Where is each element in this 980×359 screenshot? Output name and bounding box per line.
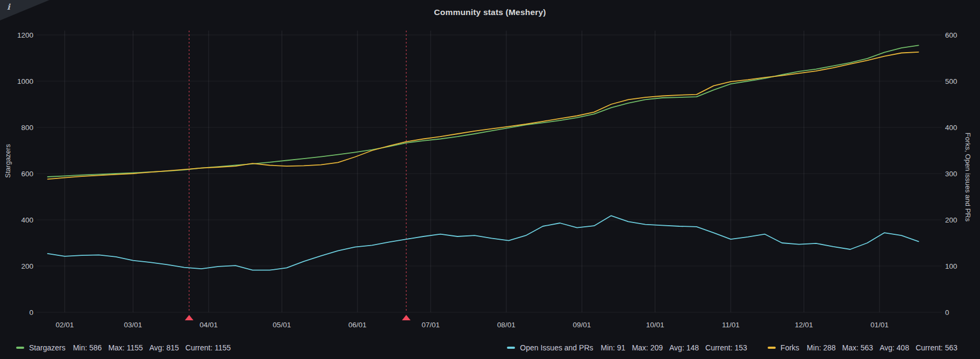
x-axis-tick: 02/01 <box>55 321 74 329</box>
x-axis-tick: 07/01 <box>421 321 440 329</box>
x-axis-tick: 04/01 <box>199 321 218 329</box>
y-axis-tick-left: 200 <box>21 262 33 270</box>
y-axis-label-right: Forks, Open issues and PRs <box>964 124 972 231</box>
x-axis-tick: 10/01 <box>646 321 664 329</box>
legend-max: Max: 1155 <box>108 343 142 352</box>
x-axis-tick: 06/01 <box>348 321 367 329</box>
legend-item-forks[interactable]: Forks Min: 288 Max: 563 Avg: 408 Current… <box>768 343 964 352</box>
legend-series-name[interactable]: Forks <box>781 343 799 352</box>
y-axis-tick-right: 0 <box>945 308 949 317</box>
legend-current: Current: 153 <box>705 343 747 352</box>
series-line-forks <box>48 52 919 179</box>
info-icon: i <box>7 2 10 12</box>
legend-series-name[interactable]: Stargazers <box>29 343 66 352</box>
legend-swatch-open-issues <box>507 347 515 349</box>
legend-swatch-stargazers <box>16 347 24 349</box>
chart-area: 0020010040020060030080040010005001200600… <box>0 24 980 333</box>
legend-current: Current: 563 <box>915 343 957 352</box>
legend-min: Min: 91 <box>601 343 626 352</box>
x-axis-tick: 12/01 <box>795 321 813 329</box>
y-axis-tick-left: 1200 <box>17 31 33 39</box>
legend-swatch-forks <box>768 347 776 349</box>
annotation-marker[interactable] <box>402 315 411 320</box>
series-line-open-issues-and-prs <box>48 216 919 270</box>
y-axis-tick-right: 600 <box>945 31 957 39</box>
x-axis-tick: 01/01 <box>870 321 889 329</box>
y-axis-tick-left: 1000 <box>17 77 33 85</box>
legend-max: Max: 563 <box>842 343 874 352</box>
y-axis-tick-left: 0 <box>29 308 33 317</box>
series-line-stargazers <box>48 45 919 177</box>
y-axis-tick-right: 300 <box>945 170 957 178</box>
legend-avg: Avg: 148 <box>669 343 699 352</box>
legend-avg: Avg: 408 <box>879 343 909 352</box>
y-axis-tick-right: 500 <box>945 77 957 85</box>
x-axis-tick: 11/01 <box>722 321 740 329</box>
y-axis-label-left: Stargazers <box>4 126 12 196</box>
y-axis-tick-left: 800 <box>21 124 33 132</box>
legend-min: Min: 586 <box>73 343 102 352</box>
y-axis-tick-right: 100 <box>945 262 957 270</box>
y-axis-tick-left: 600 <box>21 170 33 178</box>
annotation-marker[interactable] <box>185 315 194 320</box>
legend-min: Min: 288 <box>807 343 836 352</box>
legend: Stargazers Min: 586 Max: 1155 Avg: 815 C… <box>0 341 980 355</box>
legend-current: Current: 1155 <box>185 343 231 352</box>
x-axis-tick: 09/01 <box>573 321 591 329</box>
legend-item-stargazers[interactable]: Stargazers Min: 586 Max: 1155 Avg: 815 C… <box>16 343 237 352</box>
y-axis-tick-right: 400 <box>945 124 957 132</box>
legend-series-name[interactable]: Open Issues and PRs <box>520 343 593 352</box>
x-axis-tick: 03/01 <box>124 321 142 329</box>
chart-canvas[interactable]: 0020010040020060030080040010005001200600… <box>0 24 980 333</box>
x-axis-tick: 08/01 <box>497 321 516 329</box>
x-axis-tick: 05/01 <box>273 321 291 329</box>
legend-avg: Avg: 815 <box>149 343 179 352</box>
panel-title[interactable]: Community stats (Meshery) <box>0 0 980 24</box>
legend-max: Max: 209 <box>632 343 663 352</box>
legend-item-open-issues[interactable]: Open Issues and PRs Min: 91 Max: 209 Avg… <box>507 343 754 352</box>
y-axis-tick-left: 400 <box>21 216 33 224</box>
y-axis-tick-right: 200 <box>945 216 957 224</box>
